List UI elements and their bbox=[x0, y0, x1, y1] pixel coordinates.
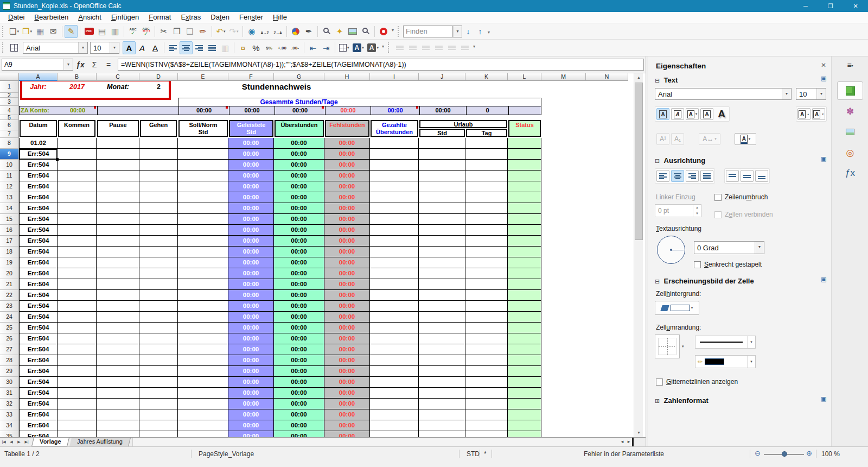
cell-C15[interactable] bbox=[97, 214, 139, 225]
cell-N20[interactable] bbox=[586, 268, 628, 279]
auto-spellcheck-button[interactable]: ABC✓ bbox=[139, 25, 152, 38]
font-color-button[interactable]: A▾ bbox=[366, 41, 380, 54]
cell-B15[interactable] bbox=[58, 214, 97, 225]
cell-L4[interactable] bbox=[508, 106, 541, 115]
column-header-E[interactable]: E bbox=[178, 73, 228, 81]
cell-C30[interactable] bbox=[97, 377, 139, 388]
column-header-H[interactable]: H bbox=[324, 73, 370, 81]
cell-B24[interactable] bbox=[58, 312, 97, 323]
cell-background-button[interactable]: ▾ bbox=[655, 301, 699, 315]
cell-K27[interactable] bbox=[465, 344, 508, 355]
cut-button[interactable]: ✂ bbox=[157, 25, 170, 38]
cell-E13[interactable] bbox=[178, 192, 228, 203]
cell-B4[interactable]: 00:00 bbox=[58, 106, 97, 115]
cell-J21[interactable] bbox=[419, 279, 465, 290]
sidebar-font-name-combobox[interactable]: Arial ▾ bbox=[655, 88, 792, 100]
cell-C24[interactable] bbox=[97, 312, 139, 323]
cell-D16[interactable] bbox=[139, 225, 178, 236]
menu-item-daten[interactable]: Daten bbox=[206, 12, 234, 23]
cell-G22[interactable]: 00:00 bbox=[274, 290, 324, 301]
row-header-13[interactable]: 13 bbox=[0, 192, 19, 203]
cell-N33[interactable] bbox=[586, 409, 628, 420]
cell-E23[interactable] bbox=[178, 301, 228, 312]
character-spacing-button[interactable]: A↔▾ bbox=[699, 133, 720, 145]
increase-font-button[interactable]: A▲ bbox=[797, 108, 810, 120]
open-document-button[interactable]: ❒▾ bbox=[21, 25, 34, 38]
row-header-23[interactable]: 23 bbox=[0, 301, 19, 312]
cell-A21[interactable]: Err:504 bbox=[19, 279, 58, 290]
cell-I17[interactable] bbox=[370, 236, 419, 247]
cell-G4[interactable]: 00:00 bbox=[275, 106, 325, 115]
cell-E15[interactable] bbox=[178, 214, 228, 225]
cell-C8[interactable] bbox=[97, 138, 139, 149]
find-toolbar-overflow-icon[interactable]: ▾ bbox=[488, 30, 490, 35]
cell-B29[interactable] bbox=[58, 366, 97, 377]
cell-B11[interactable] bbox=[58, 171, 97, 181]
cell-M8[interactable] bbox=[541, 138, 586, 149]
cell-G11[interactable]: 00:00 bbox=[274, 171, 324, 181]
cell-H4[interactable]: 00:00 bbox=[325, 106, 371, 115]
sidebar-grid-button[interactable] bbox=[8, 41, 21, 54]
cell-I21[interactable] bbox=[370, 279, 419, 290]
sheet-tab-vorlage[interactable]: Vorlage bbox=[31, 438, 69, 446]
cell-D17[interactable] bbox=[139, 236, 178, 247]
cell-J19[interactable] bbox=[419, 257, 465, 268]
cell-F35[interactable]: 00:00 bbox=[228, 431, 274, 437]
format-paintbrush-button[interactable]: ✏ bbox=[196, 25, 209, 38]
cell-H11[interactable]: 00:00 bbox=[324, 171, 370, 181]
cell-B27[interactable] bbox=[58, 344, 97, 355]
cell-J28[interactable] bbox=[419, 355, 465, 366]
cell-N25[interactable] bbox=[586, 323, 628, 333]
cell-L29[interactable] bbox=[508, 366, 541, 377]
cell-F21[interactable]: 00:00 bbox=[228, 279, 274, 290]
cell-E29[interactable] bbox=[178, 366, 228, 377]
cell-L28[interactable] bbox=[508, 355, 541, 366]
cell-K4[interactable]: 0 bbox=[466, 106, 508, 115]
cell-H13[interactable]: 00:00 bbox=[324, 192, 370, 203]
cell-C19[interactable] bbox=[97, 257, 139, 268]
cell-B22[interactable] bbox=[58, 290, 97, 301]
cell-N24[interactable] bbox=[586, 312, 628, 323]
cell-D18[interactable] bbox=[139, 247, 178, 257]
menu-item-einfügen[interactable]: Einfügen bbox=[106, 12, 144, 23]
menu-item-fenster[interactable]: Fenster bbox=[234, 12, 268, 23]
cell-A11[interactable]: Err:504 bbox=[19, 171, 58, 181]
cell-H19[interactable]: 00:00 bbox=[324, 257, 370, 268]
cell-I13[interactable] bbox=[370, 192, 419, 203]
cell-F1-title[interactable]: Stundennachweis bbox=[228, 81, 324, 93]
borders-button[interactable]: ▾ bbox=[337, 41, 351, 54]
cell-I23[interactable] bbox=[370, 301, 419, 312]
cell-N18[interactable] bbox=[586, 247, 628, 257]
scroll-up-icon[interactable]: ▲ bbox=[634, 73, 643, 82]
cell-M26[interactable] bbox=[541, 333, 586, 344]
cell-M24[interactable] bbox=[541, 312, 586, 323]
cell-E27[interactable] bbox=[178, 344, 228, 355]
navigator-tab-button[interactable]: ◎ bbox=[837, 143, 863, 162]
degrees-combobox[interactable]: 0 Grad ▾ bbox=[694, 241, 764, 254]
collapse-icon[interactable]: ⊟ bbox=[655, 278, 660, 285]
cell-D8[interactable] bbox=[139, 138, 178, 149]
cell-E20[interactable] bbox=[178, 268, 228, 279]
row-header-8[interactable]: 8 bbox=[0, 138, 19, 149]
cell-I35[interactable] bbox=[370, 431, 419, 437]
export-pdf-button[interactable]: PDF bbox=[82, 25, 95, 38]
cell-C34[interactable] bbox=[97, 420, 139, 431]
cell-D31[interactable] bbox=[139, 388, 178, 399]
cell-F16[interactable]: 00:00 bbox=[228, 225, 274, 236]
formatting-toolbar-handle[interactable] bbox=[2, 42, 5, 53]
sort-descending-button[interactable]: Z→A bbox=[271, 25, 284, 38]
cell-B13[interactable] bbox=[58, 192, 97, 203]
cell-B28[interactable] bbox=[58, 355, 97, 366]
sidebar-underline-button[interactable]: A▾ bbox=[686, 108, 699, 120]
cell-L33[interactable] bbox=[508, 409, 541, 420]
sheet-tab-jahres-auflistung[interactable]: Jahres Auflistung bbox=[69, 438, 131, 446]
cell-N28[interactable] bbox=[586, 355, 628, 366]
cell-D20[interactable] bbox=[139, 268, 178, 279]
align-right-button[interactable] bbox=[193, 41, 206, 54]
cell-B34[interactable] bbox=[58, 420, 97, 431]
align-top-button[interactable] bbox=[726, 170, 739, 182]
function-wizard-button[interactable]: ƒx bbox=[73, 59, 87, 71]
cell-H23[interactable]: 00:00 bbox=[324, 301, 370, 312]
page-style[interactable]: PageStyle_Vorlage bbox=[199, 450, 254, 458]
cell-C32[interactable] bbox=[97, 399, 139, 409]
